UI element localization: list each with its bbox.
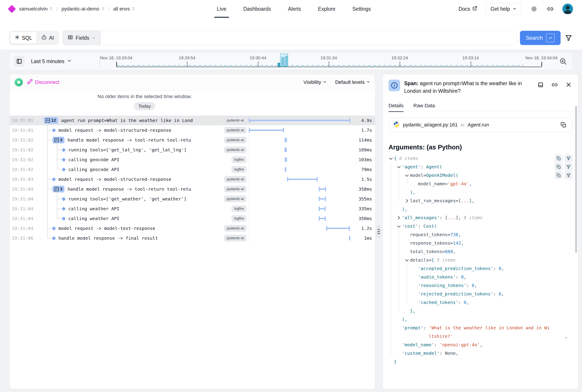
tab-settings[interactable]: Settings (352, 0, 371, 18)
code-line: 'model_name': 'openai:gpt-4o', (389, 340, 572, 349)
panel-resize-handle[interactable] (376, 225, 381, 238)
tick-label: 19:31:34 (321, 56, 337, 60)
filter-icon[interactable] (564, 171, 572, 179)
python-icon (393, 121, 400, 129)
expander-caret-icon[interactable] (405, 257, 410, 263)
code-token: 6 items (399, 156, 418, 161)
zoom-in-icon[interactable] (558, 57, 568, 66)
span-message: calling geocode API (68, 167, 119, 172)
trace-row[interactable]: 19:31:04running tools=['get_weather', 'g… (10, 194, 375, 204)
breadcrumb-item-all-envs[interactable]: all envs (113, 6, 135, 12)
visibility-dropdown[interactable]: Visibility (304, 80, 327, 85)
span-gantt-cell (248, 194, 352, 204)
span-duration-bar (287, 178, 318, 180)
trace-row[interactable]: 19:31:02calling geocode APIlogfire79ms (10, 164, 375, 174)
trace-row[interactable]: 19:31:03model request -> model-structure… (10, 174, 375, 184)
tab-raw-data[interactable]: Raw Data (413, 103, 435, 112)
code-token: 'prompt' (402, 325, 423, 330)
close-icon[interactable] (565, 81, 572, 88)
trace-row-main: 3handle model response -> tool-return to… (41, 137, 248, 144)
expander-caret-icon[interactable] (405, 172, 410, 178)
trace-row[interactable]: 19:31:06handle model response -> final r… (10, 233, 375, 243)
trace-row[interactable]: 19:31:023handle model response -> tool-r… (10, 135, 375, 145)
trace-timestamp: 19:31:04 (10, 206, 41, 212)
sql-label: SQL (22, 35, 32, 41)
tab-dashboards[interactable]: Dashboards (243, 0, 271, 18)
theme-toggle-sun-icon[interactable] (530, 5, 538, 13)
trace-row[interactable]: 19:31:043handle model response -> tool-r… (10, 184, 375, 194)
trace-row[interactable]: 19:31:04calling weather APIlogfire350ms (10, 214, 375, 224)
expander-caret-icon[interactable] (389, 156, 394, 161)
docs-link[interactable]: Docs (459, 6, 477, 12)
search-input[interactable] (101, 31, 516, 45)
live-panel-header: Disconnect Visibility Default levels (10, 74, 375, 90)
tab-live[interactable]: Live (217, 0, 226, 18)
copy-link-icon[interactable] (551, 81, 558, 89)
sidebar-toggle-icon[interactable] (14, 56, 25, 67)
trace-row[interactable]: 19:31:02calling geocode APIlogfire103ms (10, 155, 375, 164)
code-token: total_tokens= (410, 249, 445, 254)
scrollbar-thumb[interactable] (575, 106, 577, 253)
filter-icon[interactable] (564, 163, 572, 171)
span-duration: 1.5s (352, 176, 375, 182)
fields-button[interactable]: Fields (63, 31, 101, 45)
tick-mark (116, 62, 117, 67)
share-link-icon[interactable] (546, 5, 554, 13)
expander-caret-icon[interactable] (405, 198, 410, 203)
code-token: , (501, 291, 504, 296)
copy-icon[interactable] (554, 171, 562, 179)
copy-icon[interactable] (559, 122, 568, 128)
expander-caret-icon[interactable] (397, 215, 402, 220)
expand-collapse-badge[interactable]: 3 (53, 186, 65, 192)
trace-row[interactable]: 19:31:0112agent run prompt=What is the w… (10, 116, 375, 125)
code-token: response_tokens= (410, 240, 453, 246)
search-button[interactable]: Search (520, 31, 560, 45)
code-token: 'rejected_prediction_tokens' (418, 291, 493, 296)
time-range-selector[interactable]: Last 5 minutes (31, 52, 72, 70)
copy-icon[interactable] (554, 154, 562, 162)
tab-explore[interactable]: Explore (318, 0, 335, 18)
code-token: 0 (498, 266, 501, 271)
filter-funnel-icon[interactable] (564, 34, 573, 42)
ai-mode-button[interactable]: AI (38, 32, 58, 44)
breadcrumb-item-samuelcolvin[interactable]: samuelcolvin (19, 6, 53, 12)
span-gantt-cell (248, 125, 352, 135)
expander-caret-icon[interactable] (397, 164, 402, 170)
trace-row[interactable]: 19:31:01model request -> model-structure… (10, 125, 375, 135)
expand-collapse-badge[interactable]: 12 (44, 117, 58, 124)
code-token: 'What is the weather like in London and … (429, 325, 550, 330)
timeline-selection[interactable] (280, 54, 288, 67)
trace-timestamp: 19:31:02 (10, 147, 41, 152)
user-avatar[interactable] (562, 4, 573, 14)
expand-collapse-badge[interactable]: 3 (53, 137, 65, 144)
dock-panel-icon[interactable] (537, 81, 544, 89)
span-diamond-icon (62, 216, 66, 220)
tab-details[interactable]: Details (389, 103, 404, 112)
breadcrumb-item-pydantic-ai-demo[interactable]: pydantic-ai-demo (62, 6, 105, 12)
trace-row[interactable]: 19:31:04model request -> model-text-resp… (10, 224, 375, 233)
trace-row[interactable]: 19:31:02running tools=['get_lat_lng', 'g… (10, 145, 375, 155)
filter-icon[interactable] (564, 154, 572, 162)
code-line: details={ 5 items (389, 256, 572, 264)
logfire-logo-icon[interactable] (8, 5, 16, 13)
code-token: , (466, 300, 469, 305)
code-token: , (501, 266, 504, 271)
today-button[interactable]: Today (134, 102, 155, 110)
grip-dots-icon (378, 228, 380, 234)
span-diamond-icon (52, 128, 56, 132)
trace-row[interactable]: 19:31:04calling weather APIlogfire335ms (10, 204, 375, 214)
timeline-axis[interactable]: Nov 18, 19:29:0419:29:5419:30:4419:31:34… (116, 52, 541, 67)
code-token: , (458, 232, 461, 237)
ai-label: AI (49, 35, 54, 41)
sql-mode-button[interactable]: SQL (10, 32, 37, 44)
copy-icon[interactable] (554, 163, 562, 171)
get-help-button[interactable]: Get help (485, 3, 522, 15)
source-location-chip[interactable]: pydantic_ai/agent.py:161 in Agent.run (389, 118, 572, 132)
caret-spacer (397, 325, 402, 330)
tab-alerts[interactable]: Alerts (288, 0, 301, 18)
trace-timestamp: 19:31:02 (10, 157, 41, 162)
default-levels-dropdown[interactable]: Default levels (335, 80, 370, 85)
disconnect-button[interactable]: Disconnect (27, 79, 59, 86)
span-message: handle model response -> tool-return too… (68, 186, 191, 192)
expander-caret-icon[interactable] (397, 224, 402, 229)
